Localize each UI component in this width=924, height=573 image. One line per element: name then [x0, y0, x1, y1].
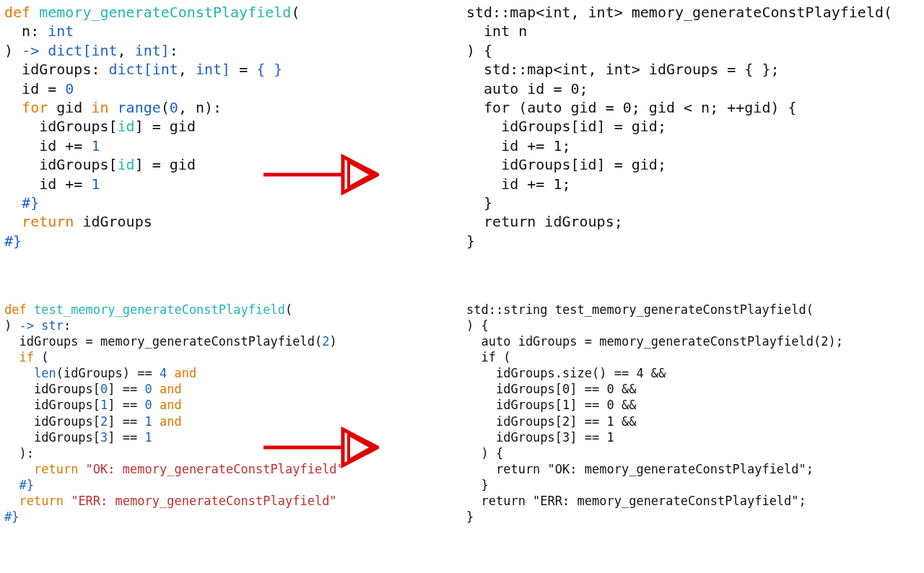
code-token: 0 [100, 382, 108, 396]
code-token: id [118, 118, 135, 135]
code-token: 0 [65, 80, 74, 97]
code-token: if [19, 350, 41, 364]
code-token: std::string test_memory_generateConstPla… [466, 302, 814, 317]
code-token: ) [329, 334, 336, 349]
code-token: ] == [108, 430, 144, 445]
code-token: += [56, 137, 91, 154]
code-token: idGroups [82, 213, 152, 230]
code-token: int [135, 42, 161, 59]
code-token: : [91, 61, 108, 78]
code-token [4, 494, 19, 508]
code-token: "ERR: memory_generateConstPlayfield" [71, 494, 336, 508]
code-token: idGroups[ [34, 398, 100, 412]
code-token: #} [4, 509, 19, 524]
code-token: : [170, 42, 178, 59]
code-token: id [22, 80, 39, 97]
code-token: : [30, 22, 48, 40]
code-token: str [41, 318, 64, 333]
code-token: 3 [100, 430, 108, 445]
code-block-python-function: def memory_generateConstPlayfield( n: in… [4, 3, 458, 250]
code-token: int n [466, 22, 527, 40]
code-token: } [466, 194, 492, 211]
code-token: idGroups.size() == 4 && [466, 366, 666, 380]
code-token: return "OK: memory_generateConstPlayfiel… [466, 462, 814, 476]
panel-cpp-test: std::string test_memory_generateConstPla… [462, 299, 924, 573]
code-token: id [39, 137, 56, 154]
code-token: 4 [160, 366, 167, 380]
code-token: #} [19, 478, 33, 492]
code-token: ) { [466, 42, 492, 59]
code-token: { } [256, 61, 282, 78]
code-token: #} [22, 194, 39, 211]
code-token: 1 [91, 175, 100, 193]
code-token: ] [222, 61, 230, 78]
code-token: ( [161, 99, 170, 116]
code-token [4, 194, 22, 211]
panel-cpp-fn: std::map<int, int> memory_generateConstP… [462, 0, 924, 299]
code-token: int [91, 42, 117, 59]
code-token: def [4, 302, 34, 317]
code-token: = [230, 61, 256, 78]
panel-python-test: def test_memory_generateConstPlayfield( … [0, 299, 462, 573]
code-token [4, 213, 22, 230]
code-token: for [22, 99, 56, 116]
code-token: idGroups[2] == 1 && [466, 414, 636, 429]
code-token [4, 382, 34, 396]
code-token [4, 118, 39, 135]
code-token: [ [144, 61, 152, 78]
code-token: std::map<int, int> memory_generateConstP… [466, 4, 892, 21]
code-token: idGroups = memory_generateConstPlayfield… [19, 334, 322, 349]
code-block-cpp-test: std::string test_memory_generateConstPla… [466, 302, 920, 525]
code-token: id += 1; [466, 137, 571, 154]
code-token: } [466, 478, 489, 492]
code-token: ) { [466, 318, 489, 333]
code-token: idGroups[ [34, 430, 100, 445]
code-token: auto id = 0; [466, 80, 588, 97]
code-token: auto idGroups = memory_generateConstPlay… [466, 334, 843, 349]
code-token [4, 175, 39, 193]
code-token: ( [41, 350, 48, 364]
code-token: idGroups[ [34, 382, 100, 396]
code-token: -> [19, 318, 41, 333]
code-token: return [34, 462, 86, 476]
code-token: = [39, 80, 65, 97]
code-token: and [160, 414, 182, 429]
code-token: gid [56, 99, 82, 116]
code-token [4, 22, 22, 40]
code-token: , n): [178, 99, 222, 116]
code-token: id [118, 156, 135, 173]
code-token: 1 [145, 414, 152, 429]
code-token: ] == [108, 414, 144, 429]
code-token: #} [4, 232, 22, 250]
code-token: 1 [145, 430, 152, 445]
code-token: dict [109, 61, 144, 78]
code-token: idGroups[0] == 0 && [466, 382, 636, 396]
code-token: idGroups[3] == 1 [466, 430, 614, 445]
code-token [4, 99, 22, 116]
code-token: and [160, 398, 182, 412]
code-token: idGroups[1] == 0 && [466, 398, 636, 412]
code-block-cpp-function: std::map<int, int> memory_generateConstP… [466, 3, 920, 250]
code-token: ] == [108, 382, 144, 396]
code-token: int [48, 22, 74, 40]
code-token [4, 156, 39, 173]
code-token: dict [48, 42, 82, 59]
code-token: int [196, 61, 222, 78]
code-token: 1 [91, 137, 100, 154]
code-token: in [82, 99, 117, 116]
code-token: std::map<int, int> idGroups = { }; [466, 61, 779, 78]
code-token: 0 [145, 382, 152, 396]
code-token: def [4, 4, 39, 21]
code-token: return "ERR: memory_generateConstPlayfie… [466, 494, 806, 508]
panel-python-fn: def memory_generateConstPlayfield( n: in… [0, 0, 462, 299]
code-token: -> [22, 42, 48, 59]
code-token [4, 430, 34, 445]
code-comparison-grid: def memory_generateConstPlayfield( n: in… [0, 0, 924, 573]
code-token: return [22, 213, 82, 230]
code-token: "OK: memory_generateConstPlayfield" [86, 462, 344, 476]
code-token: 0 [170, 99, 178, 116]
code-token [4, 414, 34, 429]
code-token [4, 478, 19, 492]
code-token: ( [291, 4, 300, 21]
code-token: 2 [322, 334, 329, 349]
